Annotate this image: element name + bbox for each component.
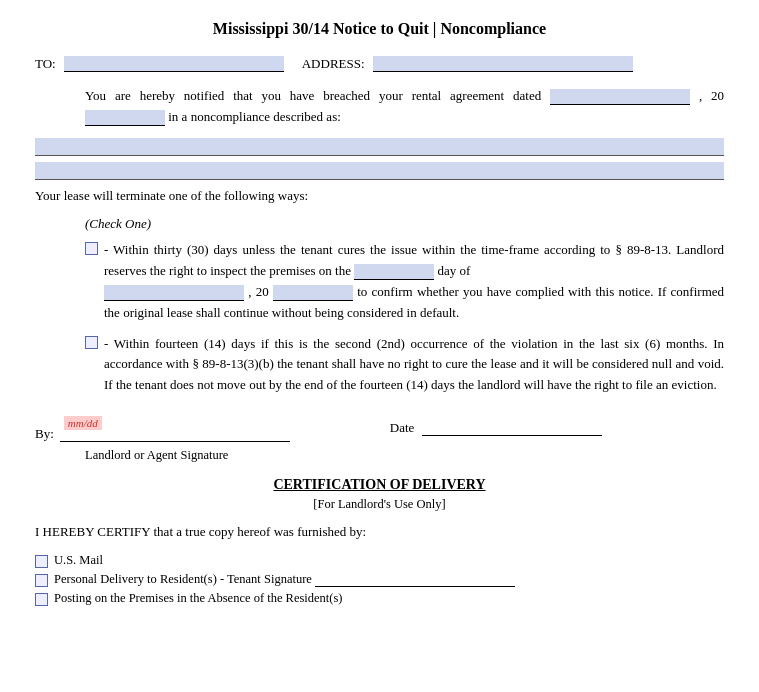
option2-checkbox[interactable] [85,336,98,349]
noncompliance-field2[interactable] [35,162,724,180]
cert-title: CERTIFICATION OF DELIVERY [35,477,724,493]
tenant-sig-field[interactable] [315,573,515,587]
signature-field[interactable]: mm/dd [60,420,290,442]
check-item-3: Posting on the Premises in the Absence o… [35,591,724,606]
noncompliance-field1[interactable] [35,138,724,156]
check-one-label: (Check One) [85,216,724,232]
date-value-field[interactable] [422,416,602,436]
inspect-day-field[interactable] [354,264,434,280]
sig-caption: Landlord or Agent Signature [85,448,724,463]
inspect-year-field[interactable] [273,285,353,301]
paragraph1: You are hereby notified that you have br… [85,86,724,128]
date-row: Date [390,416,603,436]
option2-container: - Within fourteen (14) days if this is t… [85,334,724,396]
check-item-1-label: U.S. Mail [54,553,103,568]
year-field[interactable] [85,110,165,126]
signature-image: mm/dd [64,416,102,430]
cert-body: I HEREBY CERTIFY that a true copy hereof… [35,522,724,543]
lease-terminate-text: Your lease will terminate one of the fol… [35,186,724,207]
to-line: TO: ADDRESS: [35,56,724,72]
address-field[interactable] [373,56,633,72]
check-item-3-checkbox[interactable] [35,593,48,606]
address-label: ADDRESS: [302,56,365,72]
date-field1[interactable] [550,89,690,105]
option1-checkbox[interactable] [85,242,98,255]
by-row: By: mm/dd [35,420,290,442]
to-label: TO: [35,56,56,72]
check-items-list: U.S. Mail Personal Delivery to Resident(… [35,553,724,606]
signature-area: By: mm/dd Date [35,406,724,446]
date-label: Date [390,420,415,436]
inspect-month-field[interactable] [104,285,244,301]
option1-container: - Within thirty (30) days unless the ten… [85,240,724,323]
check-item-2: Personal Delivery to Resident(s) - Tenan… [35,572,724,587]
cert-subtitle: [For Landlord's Use Only] [35,497,724,512]
check-item-1-checkbox[interactable] [35,555,48,568]
check-item-3-label: Posting on the Premises in the Absence o… [54,591,343,606]
check-item-2-label: Personal Delivery to Resident(s) - Tenan… [54,572,515,587]
by-label: By: [35,426,54,442]
to-field[interactable] [64,56,284,72]
page-title: Mississippi 30/14 Notice to Quit | Nonco… [35,20,724,38]
check-item-1: U.S. Mail [35,553,724,568]
check-item-2-checkbox[interactable] [35,574,48,587]
